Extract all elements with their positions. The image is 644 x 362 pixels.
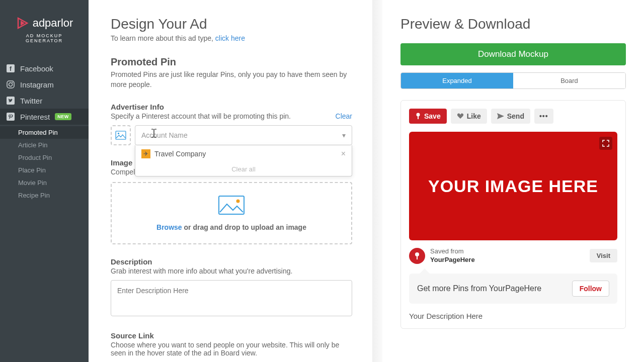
expand-icon[interactable] [599, 137, 612, 150]
follow-text: Get more Pins from YourPageHere [417, 284, 541, 293]
chevron-down-icon: ▾ [342, 131, 346, 139]
description-preview: Your Description Here [409, 312, 617, 320]
select-placeholder: Account Name [141, 131, 188, 139]
toggle-board[interactable]: Board [513, 73, 625, 88]
image-dropzone[interactable]: Browse or drag and drop to upload an ima… [111, 182, 352, 244]
pin-save-button[interactable]: Save [409, 109, 447, 124]
clear-advertiser-link[interactable]: Clear [336, 112, 352, 120]
section-description: Promoted Pins are just like regular Pins… [111, 70, 352, 89]
pin-send-button[interactable]: Send [491, 109, 530, 124]
subnav-promoted-pin[interactable]: Promoted Pin [0, 126, 89, 139]
nav-label: Twitter [20, 97, 42, 105]
subnav-product-pin[interactable]: Product Pin [0, 151, 89, 164]
svg-point-5 [9, 83, 13, 86]
toggle-expanded[interactable]: Expanded [401, 73, 513, 88]
brand-name: adparlor [33, 17, 73, 30]
pin-preview-card: Save Like Send ••• YOUR IMAGE HERE Saved… [400, 100, 626, 329]
pinterest-icon [6, 112, 15, 121]
svg-rect-16 [417, 255, 418, 259]
description-heading: Description [111, 257, 352, 266]
pin-image-placeholder: YOUR IMAGE HERE [409, 132, 617, 240]
dropdown-option-travel[interactable]: ✈ Travel Company × [135, 145, 352, 162]
svg-point-6 [12, 82, 13, 83]
avatar [409, 248, 425, 264]
pin-icon [415, 113, 421, 120]
nav-instagram[interactable]: Instagram [0, 76, 89, 93]
learn-more-link[interactable]: click here [215, 34, 245, 42]
heart-icon [457, 113, 464, 119]
description-input[interactable] [111, 280, 352, 316]
main-nav: f Facebook Instagram Twitter Pinterest N… [0, 60, 89, 203]
dropdown-option-label: Travel Company [154, 150, 206, 158]
page-subtitle: To learn more about this ad type, click … [111, 34, 352, 42]
pin-more-button[interactable]: ••• [534, 109, 553, 124]
browse-link[interactable]: Browse [156, 223, 182, 231]
pin-image-text: YOUR IMAGE HERE [428, 176, 598, 197]
image-placeholder-icon [218, 195, 245, 215]
description-hint: Grab interest with more info about what … [111, 267, 352, 275]
pin-like-button[interactable]: Like [451, 109, 487, 124]
svg-rect-9 [116, 131, 126, 139]
section-heading: Promoted Pin [111, 56, 352, 68]
svg-point-12 [236, 200, 240, 203]
svg-rect-8 [7, 113, 15, 121]
nav-pinterest[interactable]: Pinterest NEW [0, 109, 89, 125]
clear-all-button[interactable]: Clear all [135, 162, 352, 176]
view-toggle: Expanded Board [400, 72, 626, 89]
page-name: YourPageHere [430, 256, 475, 263]
nav-twitter[interactable]: Twitter [0, 93, 89, 109]
nav-label: Pinterest [20, 113, 50, 121]
twitter-icon [6, 96, 15, 105]
panel-divider [372, 0, 382, 362]
subnav-place-pin[interactable]: Place Pin [0, 164, 89, 176]
svg-rect-11 [219, 196, 244, 214]
subnav-recipe-pin[interactable]: Recipe Pin [0, 189, 89, 202]
form-panel: Design Your Ad To learn more about this … [89, 0, 372, 362]
svg-rect-4 [7, 81, 14, 88]
remove-option-icon[interactable]: × [341, 149, 346, 158]
svg-point-10 [118, 133, 119, 134]
brand-tagline: AD MOCKUP GENERATOR [8, 33, 80, 43]
source-hint: Choose where you want to send people on … [111, 341, 352, 357]
send-icon [497, 113, 504, 119]
source-heading: Source Link [111, 331, 352, 340]
account-name-select[interactable]: Account Name ▾ [135, 125, 352, 145]
subnav-movie-pin[interactable]: Movie Pin [0, 176, 89, 189]
dropzone-text: Browse or drag and drop to upload an ima… [124, 223, 339, 231]
saved-from-row: Saved fromYourPageHere Visit [409, 247, 617, 264]
new-badge: NEW [55, 113, 71, 120]
preview-title: Preview & Download [400, 16, 626, 32]
brand-logo: adparlor AD MOCKUP GENERATOR [0, 0, 89, 48]
instagram-icon [6, 80, 15, 89]
advertiser-heading: Advertiser Info [111, 103, 352, 111]
saved-text: Saved fromYourPageHere [430, 247, 475, 264]
account-dropdown: ✈ Travel Company × Clear all [135, 145, 352, 176]
facebook-icon: f [6, 64, 15, 73]
nav-label: Facebook [20, 64, 53, 73]
pin-actions: Save Like Send ••• [409, 109, 617, 124]
pin-icon [414, 252, 421, 260]
follow-callout: Get more Pins from YourPageHere Follow [409, 274, 617, 304]
visit-button[interactable]: Visit [590, 249, 617, 262]
pinterest-subnav: Promoted Pin Article Pin Product Pin Pla… [0, 125, 89, 203]
advertiser-hint: Specify a Pinterest account that will be… [111, 112, 352, 120]
sidebar: adparlor AD MOCKUP GENERATOR f Facebook … [0, 0, 89, 362]
svg-rect-14 [418, 116, 419, 119]
airplane-icon: ✈ [141, 149, 150, 158]
dots-icon: ••• [539, 112, 548, 120]
nav-facebook[interactable]: f Facebook [0, 60, 89, 76]
preview-panel: Preview & Download Download Mockup Expan… [382, 0, 644, 362]
download-button[interactable]: Download Mockup [400, 43, 626, 65]
advertiser-image-upload[interactable] [111, 125, 131, 145]
subnav-article-pin[interactable]: Article Pin [0, 139, 89, 151]
page-title: Design Your Ad [111, 16, 352, 32]
follow-button[interactable]: Follow [572, 281, 609, 297]
nav-label: Instagram [20, 80, 54, 89]
logo-icon [16, 16, 30, 30]
